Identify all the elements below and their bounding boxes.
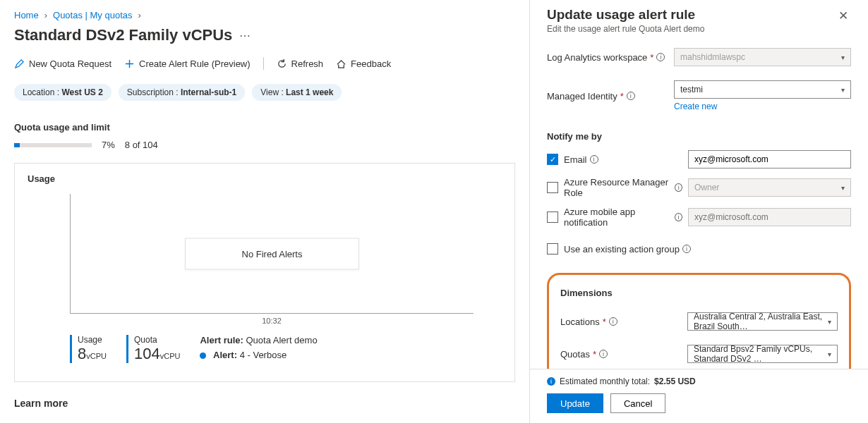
page-title: Standard DSv2 Family vCPUs [14,26,232,44]
quota-usage-heading: Quota usage and limit [14,122,515,133]
usage-of-text: 8 of 104 [125,140,158,150]
info-icon[interactable]: i [599,350,608,358]
alert-label: Alert: [213,350,237,360]
breadcrumb-sep: › [44,10,47,20]
info-icon[interactable]: i [590,155,598,164]
create-alert-rule-button[interactable]: Create Alert Rule (Preview) [124,59,251,69]
locations-label: Locations*i [560,317,687,327]
chevron-down-icon: ▾ [841,86,845,94]
breadcrumb-quotas[interactable]: Quotas | My quotas [53,10,133,20]
quota-stat-block: Quota 104vCPU [126,335,180,363]
toolbar: New Quota Request Create Alert Rule (Pre… [14,57,515,70]
chevron-down-icon: ▾ [828,318,831,326]
update-alert-panel: Update usage alert rule Edit the usage a… [529,0,868,423]
toolbar-label: New Quota Request [29,59,111,69]
no-fired-alerts-box: No Fired Alerts [185,238,360,269]
usage-card: Usage No Fired Alerts 10:32 Usage 8vCPU … [14,163,515,382]
location-filter-pill[interactable]: Location : West US 2 [14,84,111,101]
card-legend-row: Usage 8vCPU Quota 104vCPU Alert rule: Qu… [70,335,502,363]
refresh-button[interactable]: Refresh [277,59,324,69]
usage-chart: No Fired Alerts [70,194,474,314]
stat-unit: vCPU [86,352,107,360]
close-button[interactable]: ✕ [836,7,851,25]
chart-x-tick: 10:32 [70,317,474,325]
toolbar-divider [263,57,264,70]
estimated-total-value: $2.55 USD [654,376,696,386]
plus-icon [124,59,135,69]
create-new-link[interactable]: Create new [674,102,717,111]
breadcrumb-home[interactable]: Home [14,10,39,20]
stat-label: Usage [78,335,107,345]
managed-identity-label: Managed Identity*i [547,91,674,102]
select-value: testmi [680,85,703,94]
email-checkbox[interactable]: ✓ [547,154,558,165]
alert-value: 4 - Verbose [240,350,287,360]
existing-action-group-checkbox[interactable] [547,243,558,255]
alert-meta: Alert rule: Quota Alert demo Alert: 4 - … [200,335,317,360]
toolbar-label: Feedback [351,59,391,69]
learn-more-heading: Learn more [14,398,515,409]
pill-key: Subscription : [127,87,179,97]
select-value: Australia Central 2, Australia East, Bra… [694,312,828,331]
mobile-app-input[interactable] [688,208,851,226]
info-icon[interactable]: i [682,245,691,253]
info-icon[interactable]: i [656,53,665,61]
pill-key: Location : [23,87,59,97]
arm-role-label: Azure Resource Manager Rolei [564,177,682,198]
arm-role-select[interactable]: Owner ▾ [688,178,851,197]
stat-unit: vCPU [160,352,181,360]
subscription-filter-pill[interactable]: Subscription : Internal-sub-1 [119,84,245,101]
edit-icon [14,59,25,69]
quota-usage-bar-row: 7% 8 of 104 [14,140,515,150]
chevron-down-icon: ▾ [828,350,831,358]
select-value: Standard Bpsv2 Family vCPUs, Standard DS… [694,344,828,364]
dimensions-highlight-box: Dimensions Locations*i Australia Central… [547,273,851,369]
alert-dot-icon [200,352,206,359]
notify-by-heading: Notify me by [547,131,851,142]
panel-title: Update usage alert rule [547,7,704,23]
managed-identity-select[interactable]: testmi ▾ [674,80,851,99]
usage-stat-value: 8 [78,345,86,362]
pill-value: West US 2 [61,87,102,97]
existing-action-group-label: Use an existing action groupi [564,244,691,255]
cancel-button[interactable]: Cancel [610,393,665,413]
breadcrumb-sep: › [138,10,141,20]
select-value: mahshidmlawspc [680,52,745,62]
panel-footer: i Estimated monthly total: $2.55 USD Upd… [530,369,868,423]
pill-value: Internal-sub-1 [181,87,236,97]
mobile-app-checkbox[interactable] [547,212,558,223]
view-filter-pill[interactable]: View : Last 1 week [252,84,342,101]
info-icon[interactable]: i [675,213,682,221]
refresh-icon [277,59,287,69]
update-button[interactable]: Update [547,393,603,413]
pill-key: View : [260,87,283,97]
email-checkbox-label: Emaili [564,154,682,165]
alert-rule-value: Quota Alert demo [246,335,317,345]
more-actions-button[interactable]: ⋯ [239,29,251,42]
email-input[interactable] [688,150,851,168]
arm-role-checkbox[interactable] [547,182,558,193]
new-quota-request-button[interactable]: New Quota Request [14,59,111,69]
stat-label: Quota [134,335,180,345]
feedback-button[interactable]: Feedback [336,59,391,69]
chevron-down-icon: ▾ [841,54,845,61]
select-value: Owner [694,183,719,192]
quotas-select[interactable]: Standard Bpsv2 Family vCPUs, Standard DS… [687,345,838,363]
estimated-total-label: Estimated monthly total: [560,376,650,386]
locations-select[interactable]: Australia Central 2, Australia East, Bra… [687,312,838,331]
info-icon[interactable]: i [609,317,617,326]
log-analytics-select[interactable]: mahshidmlawspc ▾ [674,48,851,66]
quotas-label: Quotas*i [560,349,687,360]
usage-stat-block: Usage 8vCPU [70,335,107,363]
quota-stat-value: 104 [134,345,160,362]
info-icon[interactable]: i [627,92,635,100]
main-content: Home › Quotas | My quotas › Standard DSv… [0,0,529,423]
alert-rule-label: Alert rule: [200,335,243,345]
usage-bar-fill [14,143,20,147]
mobile-app-label: Azure mobile app notificationi [564,207,682,228]
log-analytics-label: Log Analytics workspace*i [547,52,674,63]
breadcrumb: Home › Quotas | My quotas › [14,10,515,20]
info-icon[interactable]: i [675,183,682,192]
dimensions-heading: Dimensions [560,288,838,298]
info-icon: i [547,377,555,386]
